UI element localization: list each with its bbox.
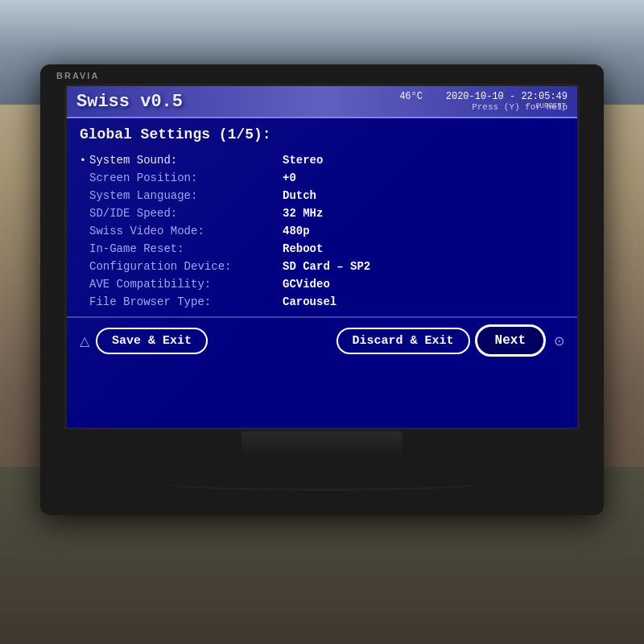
current-label: CURRENT [535, 102, 566, 110]
screen-footer: △ Save & Exit Discard & Exit Next ⊙ [67, 316, 577, 363]
tv-cable [161, 475, 483, 491]
setting-label: SD/IDE Speed: [89, 207, 283, 220]
triangle-icon: △ [80, 333, 89, 349]
temperature: 46°C [399, 91, 423, 102]
setting-row[interactable]: SD/IDE Speed:32 MHz [80, 207, 564, 220]
next-button[interactable]: Next [475, 324, 546, 357]
setting-row[interactable]: In-Game Reset:Reboot [80, 242, 564, 255]
screen-content: Global Settings (1/5): •System Sound:Ste… [67, 118, 577, 316]
header-right: 46°C 2020-10-10 - 22:05:49 CURRENT Press… [399, 91, 568, 112]
setting-row[interactable]: Swiss Video Mode:480p [80, 225, 564, 237]
setting-row[interactable]: •System Sound:Stereo [80, 154, 564, 167]
setting-label: Screen Position: [89, 171, 283, 184]
discard-exit-button[interactable]: Discard & Exit [336, 328, 470, 354]
setting-value: Stereo [283, 154, 323, 167]
setting-row[interactable]: Screen Position:+0 [80, 171, 564, 184]
tv-stand [242, 431, 402, 456]
save-exit-button[interactable]: Save & Exit [96, 328, 208, 354]
setting-row[interactable]: Configuration Device:SD Card – SP2 [80, 260, 564, 273]
tv: BRAVIA Swiss v0.5 46°C 2020-10-10 - 22:0… [40, 64, 604, 515]
setting-row[interactable]: File Browser Type:Carousel [80, 295, 564, 308]
footer-left: △ Save & Exit [80, 328, 208, 354]
setting-value: SD Card – SP2 [283, 260, 370, 273]
setting-value: Dutch [283, 189, 316, 202]
setting-label: Configuration Device: [89, 260, 283, 273]
app-title: Swiss v0.5 [76, 92, 183, 112]
datetime: 2020-10-10 - 22:05:49 [446, 91, 568, 102]
settings-list: •System Sound:StereoScreen Position:+0Sy… [80, 154, 564, 308]
setting-label: System Language: [89, 189, 283, 202]
setting-label: File Browser Type: [89, 295, 283, 308]
setting-row[interactable]: System Language:Dutch [80, 189, 564, 202]
tv-brand: BRAVIA [56, 71, 99, 80]
setting-label: AVE Compatibility: [89, 278, 283, 291]
setting-label: In-Game Reset: [89, 242, 283, 255]
setting-row[interactable]: AVE Compatibility:GCVideo [80, 278, 564, 291]
setting-value: +0 [283, 171, 296, 184]
setting-value: Carousel [283, 295, 336, 308]
setting-value: Reboot [283, 242, 323, 255]
setting-bullet: • [80, 155, 89, 167]
g-icon: ⊙ [554, 333, 564, 349]
setting-value: GCVideo [283, 278, 330, 291]
screen-header: Swiss v0.5 46°C 2020-10-10 - 22:05:49 CU… [67, 86, 577, 118]
page-title: Global Settings (1/5): [80, 126, 564, 142]
temp-datetime: 46°C 2020-10-10 - 22:05:49 [399, 91, 568, 102]
setting-label: System Sound: [89, 154, 283, 167]
tv-screen: Swiss v0.5 46°C 2020-10-10 - 22:05:49 CU… [64, 84, 580, 430]
setting-value: 32 MHz [283, 207, 323, 220]
setting-value: 480p [283, 225, 310, 237]
setting-label: Swiss Video Mode: [89, 225, 283, 237]
footer-right: Discard & Exit Next ⊙ [336, 324, 564, 357]
